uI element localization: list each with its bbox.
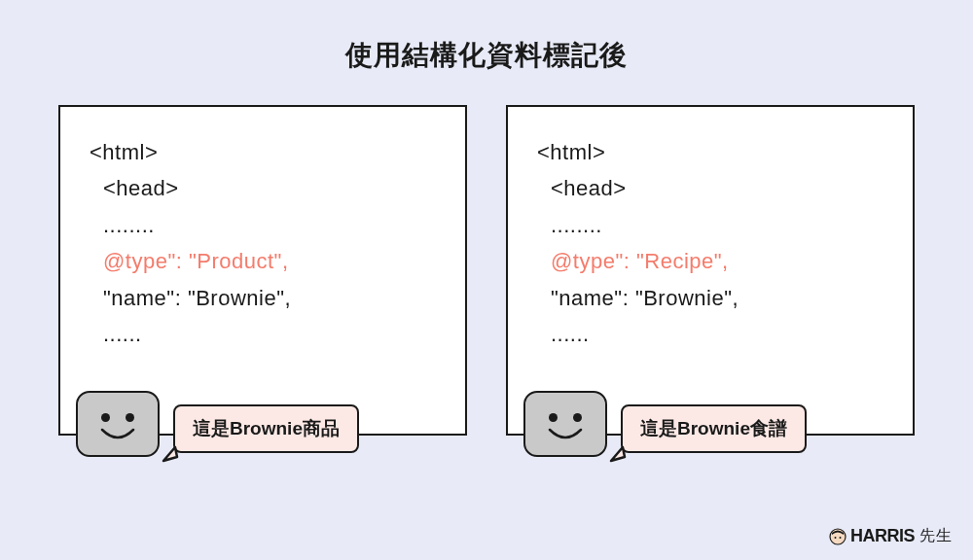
bot-face-icon [76,391,160,457]
code-line: ...... [90,316,436,352]
speech-bubble: 這是Brownie食譜 [621,404,807,453]
brand-name: HARRIS [850,526,915,546]
code-line: "name": "Brownie", [537,280,883,316]
avatar-icon [829,528,847,545]
bot-speech-row: 這是Brownie商品 [76,391,359,457]
code-line: <head> [90,170,436,206]
brand-logo: HARRIS先生 [829,526,952,546]
code-box-recipe: <html> <head> ........ @type": "Recipe",… [506,105,915,436]
svg-point-1 [834,537,836,539]
code-panel: <html> <head> ........ @type": "Recipe",… [506,105,915,436]
smile-icon [546,428,585,443]
bot-speech-row: 這是Brownie食譜 [523,391,807,457]
svg-point-2 [839,537,841,539]
code-line: "name": "Brownie", [90,280,436,316]
speech-tail-icon [609,445,629,465]
speech-bubble: 這是Brownie商品 [173,404,359,453]
smile-icon [98,428,137,443]
diagram-title: 使用結構化資料標記後 [0,0,973,74]
code-line: <html> [90,134,436,170]
code-line: <html> [537,134,883,170]
code-boxes-container: <html> <head> ........ @type": "Product"… [0,105,973,436]
bot-face-icon [523,391,607,457]
code-line-highlight: @type": "Recipe", [537,243,883,279]
speech-tail-icon [162,445,181,465]
code-line-highlight: @type": "Product", [90,243,436,279]
brand-suffix: 先生 [919,526,952,546]
code-box-product: <html> <head> ........ @type": "Product"… [58,105,467,436]
speech-text: 這是Brownie商品 [193,418,340,438]
code-line: ...... [537,316,883,352]
speech-text: 這是Brownie食譜 [640,418,787,438]
code-line: ........ [537,207,883,243]
code-line: <head> [537,170,883,206]
code-line: ........ [90,207,436,243]
code-panel: <html> <head> ........ @type": "Product"… [58,105,467,436]
